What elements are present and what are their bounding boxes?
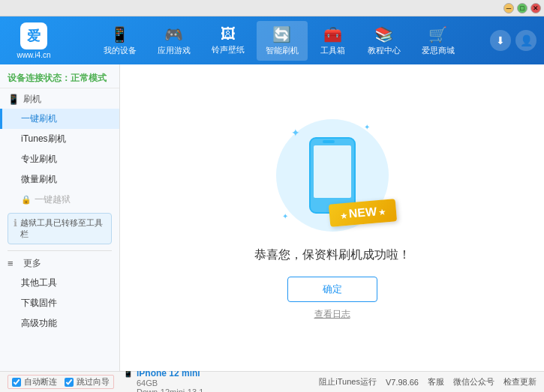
sidebar-item-jailbreak: 🔒 一键越狱 (0, 190, 119, 210)
sidebar-item-other-tools[interactable]: 其他工具 (0, 273, 119, 293)
svg-rect-1 (314, 145, 351, 198)
connection-label: 设备连接状态： (8, 73, 71, 83)
nav-smart-flash-label: 智能刷机 (266, 45, 299, 56)
app-game-icon: 🎮 (164, 25, 183, 43)
svg-rect-2 (323, 140, 335, 143)
sparkle-1: ✦ (291, 127, 300, 139)
info-icon: ℹ (14, 217, 17, 229)
sidebar-item-micro[interactable]: 微量刷机 (0, 169, 119, 190)
success-text: 恭喜您，保资料刷机成功啦！ (254, 247, 410, 263)
logo-icon: 爱 (20, 22, 47, 49)
sidebar-section-more[interactable]: ≡ 更多 (0, 254, 119, 273)
device-storage: 64GB (137, 379, 203, 388)
logo-url: www.i4.cn (17, 51, 50, 59)
flash-section-label: 刷机 (23, 93, 41, 106)
sidebar-divider (8, 250, 112, 251)
my-device-icon: 📱 (110, 25, 129, 43)
micro-label: 微量刷机 (21, 174, 57, 184)
customer-service-link[interactable]: 客服 (428, 376, 444, 388)
header: 爱 www.i4.cn 📱 我的设备 🎮 应用游戏 🖼 铃声壁纸 🔄 智能刷机 … (0, 16, 544, 64)
jailbreak-label: 一键越狱 (35, 193, 71, 206)
nav-shop[interactable]: 🛒 爱思商城 (413, 21, 464, 61)
logo: 爱 www.i4.cn (8, 22, 60, 59)
nav-app-game[interactable]: 🎮 应用游戏 (149, 21, 200, 61)
more-section-icon: ≡ (8, 258, 20, 270)
download-button[interactable]: ⬇ (490, 30, 511, 51)
skip-wizard-label: 跳过向导 (77, 376, 110, 388)
notice-text: 越狱工具已转移至工具栏 (20, 217, 106, 240)
nav-toolbox[interactable]: 🧰 工具箱 (311, 21, 356, 61)
title-bar: ─ □ ✕ (0, 0, 544, 16)
toolbox-icon: 🧰 (323, 25, 342, 43)
main: 设备连接状态：正常模式 📱 刷机 一键刷机 iTunes刷机 专业刷机 微量刷机… (0, 64, 544, 371)
confirm-button[interactable]: 确定 (287, 277, 377, 302)
ringtone-icon: 🖼 (221, 25, 236, 43)
nav-toolbox-label: 工具箱 (320, 45, 345, 56)
content-area: ✦ ✦ ✦ NEW 恭喜您，保资料刷机成功啦！ 确定 查看日志 (120, 64, 544, 371)
connection-status: 设备连接状态：正常模式 (0, 69, 119, 88)
sidebar-section-flash[interactable]: 📱 刷机 (0, 90, 119, 109)
one-click-label: 一键刷机 (21, 113, 57, 124)
maximize-button[interactable]: □ (517, 3, 527, 13)
nav-app-game-label: 应用游戏 (158, 45, 191, 56)
checkbox-area: 自动断连 跳过向导 (8, 375, 114, 389)
no-itunes-button[interactable]: 阻止iTunes运行 (319, 376, 377, 388)
phone-circle: ✦ ✦ ✦ NEW (276, 119, 389, 232)
view-log-link[interactable]: 查看日志 (314, 308, 350, 321)
logo-symbol: 爱 (27, 27, 41, 45)
download-firmware-label: 下载固件 (21, 298, 57, 308)
more-section-label: 更多 (23, 257, 41, 270)
lock-icon: 🔒 (21, 195, 32, 205)
nav-ringtone[interactable]: 🖼 铃声壁纸 (203, 21, 254, 61)
sidebar-notice: ℹ 越狱工具已转移至工具栏 (8, 213, 112, 244)
nav-ringtone-label: 铃声壁纸 (212, 44, 245, 55)
device-version: Down-12mini-13,1 (137, 388, 203, 393)
check-update-link[interactable]: 检查更新 (503, 376, 536, 388)
auto-disconnect-checkbox[interactable] (12, 378, 21, 387)
nav-shop-label: 爱思商城 (422, 45, 455, 56)
status-right: 阻止iTunes运行 V7.98.66 客服 微信公众号 检查更新 (319, 376, 536, 388)
nav-my-device[interactable]: 📱 我的设备 (95, 21, 146, 61)
tutorial-icon: 📚 (374, 25, 393, 43)
shop-icon: 🛒 (428, 25, 447, 43)
nav-smart-flash[interactable]: 🔄 智能刷机 (257, 21, 308, 61)
sparkle-2: ✦ (364, 123, 370, 131)
sidebar-item-one-click[interactable]: 一键刷机 (0, 109, 119, 129)
status-left: 自动断连 跳过向导 📱 iPhone 12 mini 64GB Down-12m… (8, 368, 319, 393)
nav-bar: 📱 我的设备 🎮 应用游戏 🖼 铃声壁纸 🔄 智能刷机 🧰 工具箱 📚 教程中心… (68, 21, 490, 61)
smart-flash-icon: 🔄 (272, 25, 291, 43)
professional-label: 专业刷机 (21, 154, 57, 164)
close-button[interactable]: ✕ (530, 3, 541, 13)
version-text: V7.98.66 (386, 378, 419, 387)
itunes-label: iTunes刷机 (21, 133, 66, 144)
sidebar: 设备连接状态：正常模式 📱 刷机 一键刷机 iTunes刷机 专业刷机 微量刷机… (0, 64, 120, 371)
skip-wizard-checkbox[interactable] (65, 378, 74, 387)
sidebar-item-itunes[interactable]: iTunes刷机 (0, 129, 119, 149)
sidebar-item-download-firmware[interactable]: 下载固件 (0, 293, 119, 313)
connection-value: 正常模式 (71, 73, 107, 83)
advanced-label: 高级功能 (21, 318, 57, 328)
header-right: ⬇ 👤 (490, 30, 536, 51)
nav-tutorial[interactable]: 📚 教程中心 (359, 21, 410, 61)
nav-my-device-label: 我的设备 (104, 45, 137, 56)
wechat-link[interactable]: 微信公众号 (453, 376, 494, 388)
illustration: ✦ ✦ ✦ NEW (272, 115, 392, 235)
nav-tutorial-label: 教程中心 (368, 45, 401, 56)
other-tools-label: 其他工具 (21, 277, 57, 288)
sparkle-3: ✦ (282, 212, 288, 220)
minimize-button[interactable]: ─ (503, 3, 514, 13)
sidebar-item-advanced[interactable]: 高级功能 (0, 313, 119, 334)
status-bar: 自动断连 跳过向导 📱 iPhone 12 mini 64GB Down-12m… (0, 371, 544, 392)
auto-disconnect-label: 自动断连 (24, 376, 57, 388)
user-button[interactable]: 👤 (515, 30, 536, 51)
sidebar-item-professional[interactable]: 专业刷机 (0, 149, 119, 169)
phone-container: ✦ ✦ ✦ NEW (272, 115, 392, 235)
flash-section-icon: 📱 (8, 94, 20, 106)
